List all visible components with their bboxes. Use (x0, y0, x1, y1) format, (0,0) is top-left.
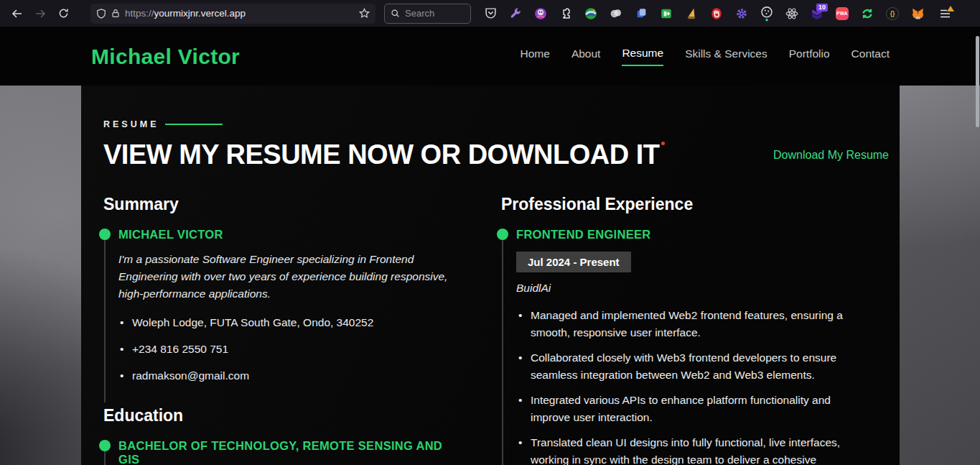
nav-home[interactable]: Home (521, 47, 550, 65)
grayscale-icon[interactable] (608, 5, 624, 22)
education-timeline-item: BACHELOR OF TECHNOLOGY, REMOTE SENSING A… (99, 439, 466, 465)
avatar-icon[interactable] (533, 5, 549, 22)
sail-icon[interactable] (683, 5, 699, 22)
education-heading: Education (103, 406, 466, 425)
pwa-label: PWA (836, 7, 849, 20)
idm-icon[interactable] (583, 5, 599, 22)
experience-bullet: Translated clean UI designs into fully f… (516, 434, 869, 465)
reload-icon (58, 8, 69, 19)
update-alert-badge (947, 6, 954, 11)
timeline-dot (497, 229, 508, 240)
pwa-icon[interactable]: PWA (834, 5, 850, 22)
stop-hand-icon[interactable] (709, 5, 724, 22)
nav-about[interactable]: About (571, 47, 601, 65)
experience-list: Managed and implemented Web2 frontend fe… (516, 307, 869, 465)
url-text: https://yourmixjnr.vercel.app (125, 8, 246, 19)
page-title-text: VIEW MY RESUME NOW OR DOWNLOAD IT (103, 139, 659, 170)
reload-button[interactable] (52, 3, 75, 24)
kicker-line (165, 124, 223, 125)
back-button[interactable] (6, 3, 29, 24)
list-item-phone: +234 816 2550 751 (118, 343, 466, 356)
forward-icon (34, 8, 46, 19)
puzzle-icon[interactable] (558, 5, 574, 22)
url-protocol: https:// (125, 8, 154, 19)
shield-icon[interactable] (96, 9, 106, 19)
browser-toolbar: https://yourmixjnr.vercel.app (0, 0, 980, 27)
search-icon (391, 9, 400, 18)
braces-icon[interactable]: {} (885, 5, 900, 22)
experience-heading: Professional Experience (501, 195, 892, 214)
site-logo[interactable]: Michael Victor (91, 45, 240, 69)
section-kicker-row: RESUME (103, 119, 900, 129)
page-viewport: Michael Victor Home About Resume Skills … (0, 27, 980, 465)
cookie-icon[interactable] (759, 5, 775, 22)
experience-column: Professional Experience FRONTEND ENGINEE… (501, 195, 892, 465)
url-host: yourmixjnr.vercel.app (154, 8, 246, 19)
back-icon (11, 8, 23, 19)
page-title: VIEW MY RESUME NOW OR DOWNLOAD IT (103, 139, 665, 170)
section-kicker: RESUME (103, 119, 159, 129)
title-row: VIEW MY RESUME NOW OR DOWNLOAD IT Downlo… (103, 139, 900, 170)
nav-contact[interactable]: Contact (851, 47, 890, 65)
list-item-address: Woleph Lodge, FUTA South Gate, Ondo, 340… (118, 316, 466, 329)
nav-resume[interactable]: Resume (622, 47, 663, 66)
search-bar[interactable] (384, 4, 471, 24)
title-red-dot (661, 142, 665, 145)
summary-heading: Summary (103, 195, 466, 214)
extensions-row: 10 PWA {} (482, 5, 925, 22)
wrench-icon[interactable] (508, 5, 523, 22)
scrollbar-thumb[interactable] (976, 36, 979, 127)
summary-timeline-item: MICHAEL VICTOR I'm a passionate Software… (99, 228, 466, 382)
lock-icon[interactable] (111, 9, 120, 18)
copy-icon[interactable] (633, 5, 649, 22)
nav-portfolio[interactable]: Portfolio (789, 47, 830, 65)
forward-button[interactable] (29, 3, 52, 24)
experience-timeline-item: FRONTEND ENGINEER Jul 2024 - Present Bui… (497, 228, 892, 465)
contact-list: Woleph Lodge, FUTA South Gate, Ondo, 340… (118, 316, 466, 382)
braces-label: {} (886, 7, 899, 20)
gear-icon[interactable] (734, 5, 750, 22)
menu-button[interactable] (935, 4, 954, 23)
timeline-dot (99, 229, 111, 240)
recycle-icon[interactable] (859, 5, 875, 22)
summary-name: MICHAEL VICTOR (118, 228, 466, 241)
summary-bio: I'm a passionate Software Engineer speci… (118, 251, 463, 303)
resume-columns: Summary MICHAEL VICTOR I'm a passionate … (103, 195, 900, 465)
atom-icon[interactable] (784, 5, 800, 22)
company-name: BuidlAi (516, 282, 892, 295)
resume-panel: RESUME VIEW MY RESUME NOW OR DOWNLOAD IT… (81, 86, 900, 465)
nav-skills-services[interactable]: Skills & Services (685, 47, 767, 65)
summary-column: Summary MICHAEL VICTOR I'm a passionate … (103, 195, 466, 465)
pocket-icon[interactable] (482, 5, 498, 22)
experience-bullet: Integrated various APIs to enhance platf… (516, 392, 869, 426)
metamask-icon[interactable] (910, 5, 925, 22)
list-item-email: radmakson@gmail.com (118, 369, 466, 382)
update-count-badge: 10 (816, 4, 828, 11)
url-bar[interactable]: https://yourmixjnr.vercel.app (90, 4, 375, 24)
experience-bullet: Collaborated closely with Web3 frontend … (516, 349, 869, 384)
education-degree: BACHELOR OF TECHNOLOGY, REMOTE SENSING A… (118, 439, 466, 465)
download-resume-link[interactable]: Download My Resume (773, 149, 889, 162)
experience-bullet: Managed and implemented Web2 frontend fe… (516, 307, 869, 341)
bookmark-star-icon[interactable] (359, 8, 370, 19)
job-title: FRONTEND ENGINEER (516, 228, 892, 241)
shield-updates-icon[interactable]: 10 (809, 5, 825, 22)
job-period-badge: Jul 2024 - Present (516, 252, 631, 272)
main-nav: Home About Resume Skills & Services Port… (521, 47, 890, 66)
timeline-dot (99, 440, 111, 451)
battery-icon[interactable] (658, 5, 674, 22)
search-input[interactable] (405, 8, 462, 19)
site-header: Michael Victor Home About Resume Skills … (0, 27, 980, 86)
